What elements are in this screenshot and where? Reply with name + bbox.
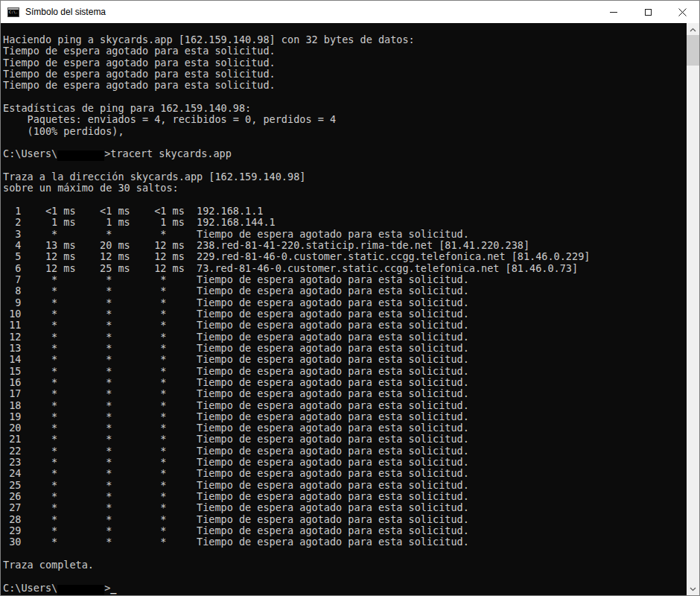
console-line: 23 * * * Tiempo de espera agotado para e… — [3, 457, 687, 468]
console-line: Tiempo de espera agotado para esta solic… — [3, 57, 687, 69]
console-line: 24 * * * Tiempo de espera agotado para e… — [3, 468, 687, 479]
console-line: Haciendo ping a skycards.app [162.159.14… — [3, 34, 687, 45]
console-line: 29 * * * Tiempo de espera agotado para e… — [3, 525, 687, 536]
console-line — [3, 137, 687, 148]
console-line: 15 * * * Tiempo de espera agotado para e… — [3, 366, 687, 377]
console-line: 25 * * * Tiempo de espera agotado para e… — [3, 480, 687, 491]
console-line: 1 <1 ms <1 ms <1 ms 192.168.1.1 — [3, 206, 687, 217]
command-prompt-window: Símbolo del sistema Haciendo ping a skyc… — [0, 0, 700, 596]
chevron-down-icon — [690, 587, 696, 592]
console-line: 27 * * * Tiempo de espera agotado para e… — [3, 502, 687, 513]
console-line: C:\Users\>tracert skycards.app — [3, 148, 687, 159]
console-line: 11 * * * Tiempo de espera agotado para e… — [3, 320, 687, 331]
console-line: 4 13 ms 20 ms 12 ms 238.red-81-41-220.st… — [3, 240, 687, 251]
console-line: Tiempo de espera agotado para esta solic… — [3, 45, 687, 57]
close-button[interactable] — [665, 1, 699, 23]
console-line: 16 * * * Tiempo de espera agotado para e… — [3, 377, 687, 388]
console-line: 3 * * * Tiempo de espera agotado para es… — [3, 229, 687, 240]
maximize-icon — [645, 9, 652, 16]
minimize-button[interactable] — [596, 1, 631, 23]
console-line: 10 * * * Tiempo de espera agotado para e… — [3, 308, 687, 320]
console-line: Paquetes: enviados = 4, recibidos = 0, p… — [3, 114, 687, 125]
window-title: Símbolo del sistema — [25, 7, 106, 17]
close-icon — [678, 8, 687, 16]
minimize-icon — [610, 12, 617, 13]
terminal-cursor: _ — [110, 582, 116, 594]
console-line — [3, 92, 687, 103]
console-output[interactable]: Haciendo ping a skycards.app [162.159.14… — [1, 23, 687, 595]
console-line: 13 * * * Tiempo de espera agotado para e… — [3, 343, 687, 354]
console-line: 9 * * * Tiempo de espera agotado para es… — [3, 297, 687, 308]
scroll-up-button[interactable] — [687, 23, 699, 36]
console-line: 7 * * * Tiempo de espera agotado para es… — [3, 274, 687, 285]
console-line: 18 * * * Tiempo de espera agotado para e… — [3, 400, 687, 411]
scroll-thumb[interactable] — [687, 35, 699, 66]
console-line: 6 12 ms 25 ms 12 ms 73.red-81-46-0.custo… — [3, 263, 687, 274]
console-line: 14 * * * Tiempo de espera agotado para e… — [3, 354, 687, 365]
console-line: (100% perdidos), — [3, 126, 687, 137]
console-line: 26 * * * Tiempo de espera agotado para e… — [3, 491, 687, 502]
console-line: 5 12 ms 12 ms 12 ms 229.red-81-46-0.cust… — [3, 251, 687, 262]
console-line: 22 * * * Tiempo de espera agotado para e… — [3, 446, 687, 457]
redacted-username — [57, 150, 104, 161]
console-line: sobre un máximo de 30 saltos: — [3, 183, 687, 194]
console-line: 19 * * * Tiempo de espera agotado para e… — [3, 411, 687, 422]
console-line: Tiempo de espera agotado para esta solic… — [3, 80, 687, 91]
console-line: Tiempo de espera agotado para esta solic… — [3, 69, 687, 80]
redacted-username — [57, 585, 104, 595]
console-line: C:\Users\>_ — [3, 583, 687, 594]
console-line — [3, 571, 687, 582]
scroll-down-button[interactable] — [687, 583, 699, 595]
console-line — [3, 160, 687, 171]
cmd-icon[interactable] — [7, 7, 19, 17]
console-line: 17 * * * Tiempo de espera agotado para e… — [3, 388, 687, 399]
console-line: Traza a la dirección skycards.app [162.1… — [3, 171, 687, 183]
console-line: 28 * * * Tiempo de espera agotado para e… — [3, 514, 687, 525]
console-line: 20 * * * Tiempo de espera agotado para e… — [3, 422, 687, 434]
console-line: 30 * * * Tiempo de espera agotado para e… — [3, 536, 687, 548]
console-line: 12 * * * Tiempo de espera agotado para e… — [3, 332, 687, 343]
titlebar[interactable]: Símbolo del sistema — [1, 1, 699, 23]
console-line — [3, 548, 687, 559]
console-line: Traza completa. — [3, 559, 687, 571]
console-line: 21 * * * Tiempo de espera agotado para e… — [3, 434, 687, 445]
console-line: 8 * * * Tiempo de espera agotado para es… — [3, 285, 687, 297]
console-line — [3, 194, 687, 206]
scrollbar[interactable] — [687, 23, 699, 595]
window-controls — [596, 1, 699, 23]
console-line: 2 1 ms 1 ms 1 ms 192.168.144.1 — [3, 217, 687, 228]
chevron-up-icon — [690, 28, 696, 32]
console[interactable]: Haciendo ping a skycards.app [162.159.14… — [1, 23, 699, 595]
maximize-button[interactable] — [631, 1, 665, 23]
console-line: Estadísticas de ping para 162.159.140.98… — [3, 103, 687, 114]
